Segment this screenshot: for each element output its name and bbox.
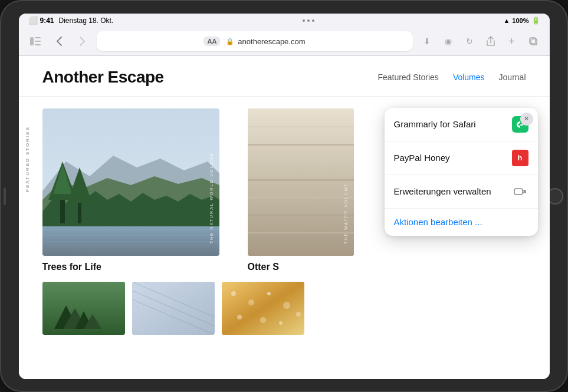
site-nav: Featured Stories Volumes Journal: [377, 73, 526, 82]
svg-point-49: [523, 190, 525, 192]
extensions-button[interactable]: ◉: [439, 32, 458, 51]
lock-icon: 🔒: [226, 38, 234, 45]
svg-rect-24: [248, 162, 354, 163]
card-title-2: Otter S: [248, 262, 354, 272]
card-title-1: Trees for Life: [42, 262, 219, 272]
honey-icon: h: [512, 150, 528, 166]
aa-label[interactable]: AA: [203, 37, 220, 46]
address-text: anotherescape.com: [238, 37, 305, 46]
svg-rect-26: [248, 232, 354, 233]
nav-featured-stories[interactable]: Featured Stories: [377, 73, 439, 82]
nav-volumes[interactable]: Volumes: [453, 73, 485, 82]
featured-label: FEATURED STORIES: [25, 126, 30, 192]
reload-button[interactable]: ↻: [460, 32, 479, 51]
svg-rect-13: [78, 203, 81, 223]
forward-button[interactable]: [73, 32, 92, 51]
dot: [303, 19, 305, 22]
svg-point-43: [260, 317, 266, 323]
wifi-icon: ▲: [503, 17, 510, 24]
svg-point-39: [248, 299, 254, 305]
side-button: [4, 187, 6, 205]
svg-rect-0: [30, 37, 34, 45]
web-content: Another Escape Featured Stories Volumes …: [19, 56, 550, 379]
toolbar-right-buttons: ⬇ ◉ ↻ +: [418, 32, 543, 51]
svg-rect-1: [35, 37, 41, 38]
popup-close-button[interactable]: ✕: [520, 113, 533, 126]
actions-link[interactable]: Aktionen bearbeiten ...: [394, 217, 482, 227]
svg-point-45: [296, 312, 301, 317]
svg-rect-2: [35, 41, 41, 42]
card-vertical-label-2: THE WATER VOLUME: [344, 183, 348, 244]
share-button[interactable]: [481, 32, 500, 51]
svg-point-41: [283, 302, 290, 309]
svg-rect-22: [248, 215, 354, 216]
svg-rect-10: [60, 200, 65, 223]
grammarly-label: Grammarly for Safari: [394, 119, 512, 129]
sidebar-toggle-button[interactable]: [26, 32, 45, 51]
card-otter[interactable]: THE WATER VOLUME Otter S: [248, 108, 354, 272]
thumb-2[interactable]: [132, 282, 215, 335]
svg-rect-19: [248, 108, 354, 256]
manage-icon: [512, 183, 528, 200]
thumb-3[interactable]: [222, 282, 304, 335]
status-bar-center: [303, 19, 314, 22]
battery-icon: 🔋: [531, 17, 540, 25]
site-logo: Another Escape: [42, 68, 164, 87]
svg-rect-16: [42, 229, 219, 230]
svg-point-40: [267, 292, 271, 295]
address-bar[interactable]: AA 🔒 anotherescape.com: [97, 31, 413, 51]
svg-point-44: [279, 321, 283, 325]
popup-item-honey[interactable]: PayPal Honey h: [385, 141, 538, 175]
ipad-frame: ⬜ 9:41 Dienstag 18. Okt. ▲ 100% 🔋: [0, 0, 568, 392]
svg-rect-20: [248, 144, 354, 146]
download-button[interactable]: ⬇: [418, 32, 436, 51]
extensions-popup: ✕ Grammarly for Safari PayPal Honey: [385, 108, 538, 236]
svg-rect-3: [35, 44, 41, 45]
popup-manage-extensions[interactable]: Erweiterungen verwalten: [385, 175, 538, 209]
svg-rect-17: [42, 235, 219, 236]
popup-actions: Aktionen bearbeiten ...: [385, 209, 538, 236]
card-image-2: THE WATER VOLUME: [248, 108, 354, 256]
dot: [307, 19, 310, 22]
browser-toolbar: AA 🔒 anotherescape.com ⬇ ◉ ↻ +: [19, 28, 550, 56]
card-image-1: THE NATURAL WORLD VOLUME: [42, 108, 219, 256]
svg-rect-25: [248, 197, 354, 198]
manage-label: Erweiterungen verwalten: [394, 186, 512, 196]
tabs-button[interactable]: [524, 32, 543, 51]
back-button[interactable]: [50, 32, 68, 51]
svg-rect-37: [222, 282, 304, 335]
nav-journal[interactable]: Journal: [499, 73, 526, 82]
add-tab-button[interactable]: +: [503, 32, 521, 51]
dot: [312, 19, 314, 22]
status-date: Dienstag 18. Okt.: [59, 17, 114, 25]
popup-item-grammarly[interactable]: Grammarly for Safari: [385, 108, 538, 141]
status-bar-right: ▲ 100% 🔋: [503, 17, 540, 25]
status-bar-left: ⬜ 9:41 Dienstag 18. Okt.: [28, 16, 114, 25]
ipad-screen: ⬜ 9:41 Dienstag 18. Okt. ▲ 100% 🔋: [19, 14, 550, 379]
svg-rect-23: [248, 126, 354, 127]
site-header: Another Escape Featured Stories Volumes …: [19, 56, 550, 97]
svg-rect-21: [248, 179, 354, 181]
thumbnails-row: [19, 272, 550, 344]
battery-label: 100%: [512, 17, 528, 24]
svg-point-38: [231, 291, 236, 296]
svg-point-42: [237, 315, 242, 319]
status-time: 9:41: [40, 17, 54, 25]
svg-rect-18: [42, 241, 219, 242]
status-bar: ⬜ 9:41 Dienstag 18. Okt. ▲ 100% 🔋: [19, 14, 550, 28]
thumb-1[interactable]: [42, 282, 125, 335]
svg-rect-48: [514, 189, 523, 195]
card-vertical-label-1: THE NATURAL WORLD VOLUME: [209, 152, 214, 243]
card-trees-for-life[interactable]: THE NATURAL WORLD VOLUME Trees for Life: [42, 108, 219, 272]
honey-label: PayPal Honey: [394, 153, 512, 163]
